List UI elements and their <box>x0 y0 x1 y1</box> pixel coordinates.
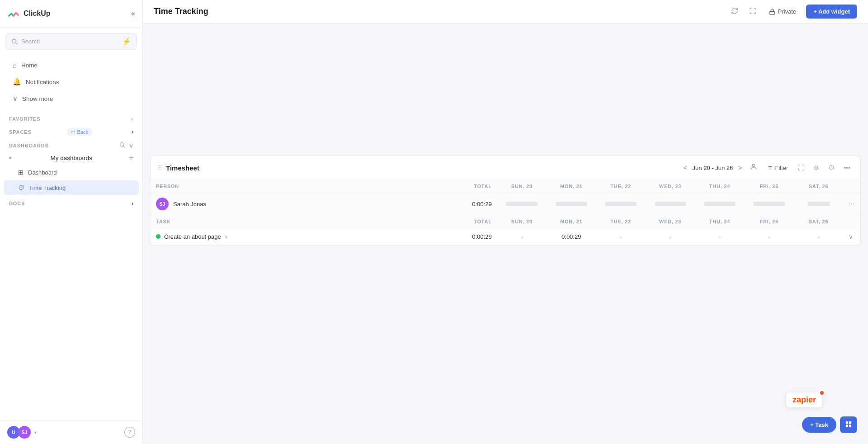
lightning-button[interactable]: ⚡ <box>122 37 131 46</box>
person-column-header: PERSON <box>151 180 427 193</box>
grid-view-button[interactable] <box>840 416 857 433</box>
task-fri-value: - <box>768 233 770 240</box>
svg-rect-11 <box>846 425 848 427</box>
zapier-dot <box>820 391 824 395</box>
bell-icon: 🔔 <box>13 78 21 86</box>
date-next-button[interactable]: > <box>736 163 744 172</box>
person-filter-button[interactable] <box>747 161 760 174</box>
mon-column-header: MON, 21 <box>547 180 596 193</box>
dashboards-search-button[interactable] <box>119 142 125 149</box>
sidebar-item-show-more[interactable]: ∨ Show more <box>4 90 139 107</box>
task-sun-header: SUN, 20 <box>497 215 547 228</box>
task-thu-cell: - <box>695 228 744 245</box>
time-button[interactable]: ⏱ <box>826 162 837 173</box>
empty-area <box>150 31 861 148</box>
task-thu-value: - <box>719 233 721 240</box>
add-widget-button[interactable]: + Add widget <box>806 5 857 19</box>
dashboards-chevron-button[interactable]: ∨ <box>129 142 133 149</box>
expand-button[interactable] <box>746 5 759 19</box>
dashboards-section: DASHBOARDS ∨ <box>0 137 142 151</box>
expand-view-button[interactable]: ⛶ <box>795 162 807 173</box>
person-expand-button[interactable]: ⋯ <box>849 200 855 208</box>
dashboard-area: ⠿ Timesheet < Jun 20 - Jun 26 > <box>143 24 868 444</box>
person-thu <box>695 193 744 215</box>
task-sun-value: - <box>521 233 523 240</box>
page-title: Time Tracking <box>154 7 208 16</box>
date-prev-button[interactable]: < <box>681 163 689 172</box>
loading-bar-thu <box>704 202 736 206</box>
svg-line-3 <box>123 146 125 147</box>
person-cell: SJ Sarah Jonas <box>151 193 427 215</box>
sat-column-header: SAT, 26 <box>794 180 843 193</box>
task-mon-header: MON, 21 <box>547 215 596 228</box>
add-dashboard-button[interactable]: + <box>128 154 133 162</box>
task-row: Create an about page ∨ 0:00:29 - 0:00:29 <box>151 228 860 245</box>
home-label: Home <box>21 62 38 69</box>
svg-rect-4 <box>770 11 775 14</box>
person-fri <box>745 193 794 215</box>
zapier-badge[interactable]: zapier <box>786 392 823 408</box>
more-button[interactable]: ••• <box>841 162 853 173</box>
favorites-chevron[interactable]: › <box>131 116 133 122</box>
back-label: Back <box>77 129 88 135</box>
docs-section[interactable]: DOCS › <box>0 195 142 208</box>
filter-button[interactable]: Filter <box>764 163 792 173</box>
task-cell-content: Create an about page ∨ <box>156 233 422 240</box>
spaces-label: SPACES <box>9 129 32 135</box>
caret-icon: ▾ <box>9 156 11 161</box>
refresh-button[interactable] <box>728 5 741 19</box>
person-total-value: 0:00:29 <box>472 201 491 208</box>
settings-button[interactable]: ⚙ <box>811 162 822 173</box>
dashboards-actions: ∨ <box>119 142 133 149</box>
top-actions: Private + Add widget <box>728 5 857 19</box>
timesheet-header: ⠿ Timesheet < Jun 20 - Jun 26 > <box>151 156 860 180</box>
drag-handle-icon[interactable]: ⠿ <box>158 164 162 171</box>
search-bar[interactable]: Search ⚡ <box>5 33 137 50</box>
loading-bar-sun <box>506 202 538 206</box>
task-thu-header: THU, 24 <box>695 215 744 228</box>
notifications-label: Notifications <box>26 79 59 85</box>
svg-rect-12 <box>849 425 851 427</box>
task-chevron-icon[interactable]: ∨ <box>225 234 228 239</box>
person-mon <box>547 193 596 215</box>
search-icon <box>119 142 125 148</box>
spaces-chevron[interactable]: › <box>132 128 133 135</box>
bottom-right-actions: + Task <box>802 416 857 433</box>
back-button[interactable]: ↩ Back <box>67 128 91 136</box>
sidebar-item-notifications[interactable]: 🔔 Notifications <box>4 74 139 90</box>
person-tue <box>596 193 645 215</box>
sidebar-collapse-button[interactable]: « <box>131 9 135 18</box>
thu-column-header: THU, 24 <box>695 180 744 193</box>
search-icon <box>11 38 18 45</box>
back-arrow-icon: ↩ <box>71 129 75 135</box>
docs-label: DOCS <box>9 201 25 206</box>
task-name-cell: Create an about page ∨ <box>151 228 427 245</box>
task-sat-value: - <box>817 233 819 240</box>
private-button[interactable]: Private <box>764 5 801 18</box>
task-fri-cell: - <box>745 228 794 245</box>
task-name: Create an about page <box>164 233 221 240</box>
help-button[interactable]: ? <box>124 427 135 438</box>
avatar-dropdown-arrow[interactable]: ▾ <box>34 430 37 435</box>
svg-line-1 <box>16 43 18 44</box>
spaces-section: SPACES ↩ Back › <box>0 123 142 137</box>
task-total-value: 0:00:29 <box>472 233 491 240</box>
timesheet-title: Timesheet <box>166 164 199 172</box>
person-expand: ⋯ <box>843 193 860 215</box>
home-icon: ⌂ <box>13 61 17 69</box>
sidebar-item-home[interactable]: ⌂ Home <box>4 57 139 73</box>
person-icon <box>750 163 757 170</box>
sidebar-item-dashboard[interactable]: ⊞ Dashboard <box>4 165 139 179</box>
task-expand-button[interactable]: ∨ <box>849 233 853 240</box>
my-dashboards-row[interactable]: ▾ My dashboards + <box>0 151 142 165</box>
person-name: Sarah Jonas <box>173 201 206 208</box>
docs-chevron[interactable]: › <box>132 200 133 207</box>
avatar-sj[interactable]: SJ <box>18 426 31 439</box>
private-label: Private <box>778 8 796 15</box>
loading-bar-fri <box>753 202 785 206</box>
logo: ClickUp <box>7 7 51 20</box>
task-mon-value: 0:00:29 <box>561 233 581 240</box>
filter-label: Filter <box>775 165 788 171</box>
sidebar-item-time-tracking[interactable]: ⏱ Time Tracking <box>4 180 139 195</box>
add-task-button[interactable]: + Task <box>802 417 836 433</box>
